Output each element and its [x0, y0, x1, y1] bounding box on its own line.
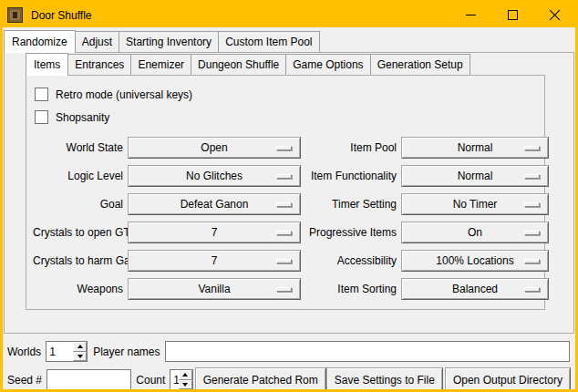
worlds-spin-down-button[interactable]	[73, 352, 87, 362]
shopsanity-label: Shopsanity	[56, 111, 109, 124]
down-arrow-icon	[77, 355, 83, 358]
item-sorting-value: Balanced	[452, 283, 498, 295]
worlds-label: Worlds	[7, 346, 41, 358]
dropdown-indicator-icon	[276, 231, 292, 235]
dropdown-indicator-icon	[276, 146, 292, 150]
item-functionality-label: Item Functionality	[305, 170, 397, 182]
tab-enemizer[interactable]: Enemizer	[130, 54, 191, 75]
door-shuffle-window: Door Shuffle Randomize Adjust Starting I…	[0, 0, 578, 392]
worlds-input[interactable]	[46, 342, 73, 361]
count-label: Count	[136, 374, 165, 387]
seed-row: Seed # Count Generate Pa	[7, 367, 571, 392]
tab-generation-setup[interactable]: Generation Setup	[370, 54, 470, 75]
worlds-row: Worlds Player names	[7, 341, 571, 362]
player-names-input[interactable]	[165, 341, 571, 362]
timer-setting-dropdown[interactable]: No Timer	[401, 193, 549, 215]
count-input[interactable]	[170, 370, 178, 389]
close-button[interactable]	[533, 3, 575, 27]
dropdown-indicator-icon	[524, 231, 540, 235]
crystals-harm-ganon-dropdown[interactable]: 7	[128, 250, 301, 272]
dropdown-indicator-icon	[276, 202, 292, 207]
worlds-spinner	[46, 341, 88, 362]
bottom-bar: Worlds Player names	[3, 334, 575, 392]
window-title: Door Shuffle	[31, 9, 92, 22]
tab-dungeon-shuffle[interactable]: Dungeon Shuffle	[191, 54, 286, 75]
dropdown-indicator-icon	[524, 259, 540, 263]
close-icon	[549, 9, 561, 21]
shopsanity-row: Shopsanity	[26, 106, 544, 129]
tab-randomize[interactable]: Randomize	[4, 30, 76, 53]
dropdown-indicator-icon	[276, 287, 292, 292]
open-output-directory-button[interactable]: Open Output Directory	[445, 367, 571, 392]
minimize-icon	[466, 15, 476, 15]
randomize-pane: Items Entrances Enemizer Dungeon Shuffle…	[4, 52, 574, 334]
count-spin-down-button[interactable]	[179, 380, 192, 390]
seed-label: Seed #	[7, 374, 42, 387]
logic-level-label: Logic Level	[33, 170, 123, 182]
retro-mode-label: Retro mode (universal keys)	[56, 88, 192, 101]
crystals-open-gt-dropdown[interactable]: 7	[128, 222, 301, 243]
minimize-button[interactable]	[449, 3, 491, 27]
goal-dropdown[interactable]: Defeat Ganon	[128, 193, 301, 215]
up-arrow-icon	[182, 373, 188, 377]
shopsanity-checkbox[interactable]	[35, 110, 48, 124]
world-state-value: Open	[201, 141, 227, 154]
window-controls	[449, 3, 575, 27]
item-pool-label: Item Pool	[305, 141, 397, 154]
maximize-icon	[508, 10, 518, 20]
item-functionality-value: Normal	[458, 170, 493, 182]
item-sorting-dropdown[interactable]: Balanced	[401, 278, 549, 300]
tab-adjust[interactable]: Adjust	[75, 31, 119, 52]
up-arrow-icon	[77, 345, 83, 348]
options-grid: World State Open Item Pool Normal Logic …	[26, 137, 544, 300]
progressive-items-label: Progressive Items	[305, 226, 397, 239]
app-door-icon	[7, 7, 23, 23]
dropdown-indicator-icon	[276, 259, 292, 263]
accessibility-label: Accessibility	[305, 254, 397, 267]
tab-game-options[interactable]: Game Options	[285, 54, 370, 75]
items-pane: Retro mode (universal keys) Shopsanity W…	[26, 75, 545, 310]
primary-tabbar: Randomize Adjust Starting Inventory Cust…	[4, 30, 575, 52]
accessibility-dropdown[interactable]: 100% Locations	[401, 250, 549, 272]
crystals-harm-ganon-label: Crystals to harm Ganon	[33, 254, 123, 267]
logic-level-dropdown[interactable]: No Glitches	[128, 165, 301, 187]
tab-entrances[interactable]: Entrances	[67, 54, 131, 75]
timer-setting-label: Timer Setting	[305, 198, 397, 211]
weapons-value: Vanilla	[198, 283, 230, 295]
count-spinner	[170, 369, 192, 390]
dropdown-indicator-icon	[524, 287, 540, 292]
crystals-open-gt-label: Crystals to open GT	[33, 226, 123, 239]
worlds-spin-up-button[interactable]	[73, 342, 87, 352]
tab-custom-item-pool[interactable]: Custom Item Pool	[218, 31, 319, 52]
timer-setting-value: No Timer	[453, 198, 498, 211]
world-state-label: World State	[33, 141, 123, 154]
weapons-label: Weapons	[33, 283, 123, 295]
item-pool-value: Normal	[458, 141, 493, 154]
progressive-items-dropdown[interactable]: On	[401, 222, 549, 243]
crystals-harm-ganon-value: 7	[212, 254, 218, 267]
save-settings-button[interactable]: Save Settings to File	[326, 367, 443, 392]
goal-value: Defeat Ganon	[181, 198, 249, 211]
accessibility-value: 100% Locations	[436, 254, 513, 267]
crystals-open-gt-value: 7	[212, 226, 218, 239]
world-state-dropdown[interactable]: Open	[128, 137, 301, 159]
generate-patched-rom-button[interactable]: Generate Patched Rom	[195, 367, 326, 392]
dropdown-indicator-icon	[524, 202, 540, 207]
seed-input[interactable]	[46, 369, 131, 390]
worlds-spin-buttons	[73, 342, 87, 361]
retro-mode-checkbox[interactable]	[35, 88, 48, 101]
titlebar: Door Shuffle	[3, 3, 575, 27]
player-names-label: Player names	[93, 346, 160, 358]
retro-mode-row: Retro mode (universal keys)	[26, 83, 544, 106]
tab-items[interactable]: Items	[26, 53, 68, 76]
weapons-dropdown[interactable]: Vanilla	[128, 278, 301, 300]
secondary-tabbar: Items Entrances Enemizer Dungeon Shuffle…	[26, 53, 573, 75]
item-functionality-dropdown[interactable]: Normal	[401, 165, 549, 187]
maximize-button[interactable]	[491, 3, 533, 27]
dropdown-indicator-icon	[524, 146, 540, 150]
dropdown-indicator-icon	[276, 174, 292, 179]
tab-starting-inventory[interactable]: Starting Inventory	[119, 31, 219, 52]
item-pool-dropdown[interactable]: Normal	[401, 137, 549, 159]
count-spin-up-button[interactable]	[179, 370, 192, 380]
count-spin-buttons	[179, 370, 192, 389]
